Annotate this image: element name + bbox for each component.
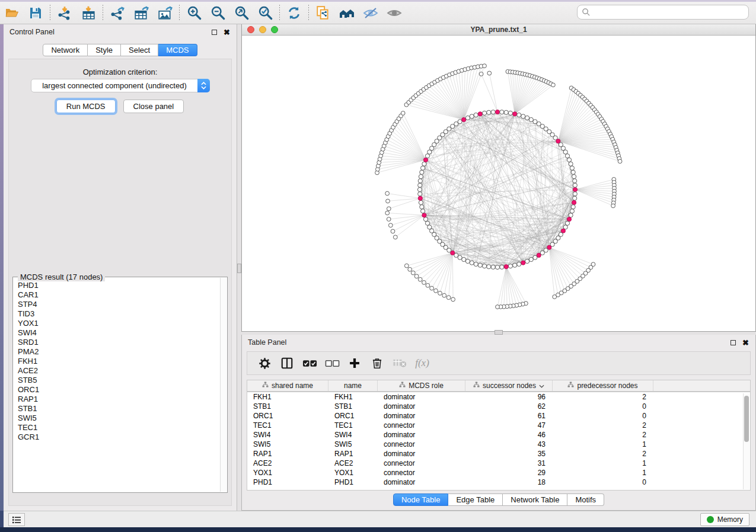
network-window-titlebar[interactable]: YPA_prune.txt_1 <box>242 24 755 36</box>
result-item[interactable]: PHD1 <box>17 281 220 290</box>
column-header-MCDS-role[interactable]: MCDS role <box>378 380 465 391</box>
table-row[interactable]: SWI5SWI5connector431 <box>247 440 750 449</box>
import-table-icon[interactable] <box>76 4 100 23</box>
horizontal-splitter-grip[interactable] <box>495 330 503 335</box>
search-field[interactable] <box>577 5 749 20</box>
result-item[interactable]: STP4 <box>17 300 220 309</box>
result-item[interactable]: FKH1 <box>17 357 220 366</box>
close-panel-button[interactable]: Close panel <box>123 100 184 113</box>
add-column-icon[interactable] <box>343 353 366 373</box>
table-scrollbar-thumb[interactable] <box>744 396 749 442</box>
export-table-icon[interactable] <box>129 4 153 23</box>
column-header-name[interactable]: name <box>328 380 378 391</box>
table-settings-icon[interactable] <box>253 353 276 373</box>
refresh-layout-icon[interactable] <box>282 4 306 23</box>
tab-style[interactable]: Style <box>88 44 121 56</box>
table-cell: 2 <box>553 449 653 459</box>
run-mcds-button[interactable]: Run MCDS <box>56 100 116 113</box>
vertical-splitter-grip[interactable] <box>237 264 241 273</box>
memory-button[interactable]: Memory <box>700 513 749 526</box>
network-canvas[interactable] <box>242 36 755 331</box>
tab-mcds[interactable]: MCDS <box>158 44 197 56</box>
table-cell: TEC1 <box>247 421 328 430</box>
table-cell: connector <box>378 459 465 468</box>
import-network-icon[interactable] <box>53 4 76 23</box>
node-table[interactable]: shared namenameMCDS rolesuccessor nodesp… <box>247 380 751 491</box>
table-tab-network-table[interactable]: Network Table <box>503 493 567 506</box>
criterion-dropdown[interactable]: largest connected component (undirected) <box>31 79 210 92</box>
table-row[interactable]: RAP1RAP1dominator352 <box>247 449 750 459</box>
result-item[interactable]: STB5 <box>17 376 220 385</box>
float-table-panel-icon[interactable] <box>729 339 737 347</box>
result-item[interactable]: ACE2 <box>17 366 220 376</box>
table-cell: SWI5 <box>247 440 328 449</box>
network-graph[interactable] <box>242 36 755 331</box>
tab-select[interactable]: Select <box>121 44 158 56</box>
result-item[interactable]: SRD1 <box>17 338 220 347</box>
table-tab-motifs[interactable]: Motifs <box>567 493 604 506</box>
sort-chevron-icon <box>539 382 544 390</box>
result-list-scrollbar[interactable] <box>220 278 227 492</box>
column-view-icon[interactable] <box>276 353 298 373</box>
column-header-shared-name[interactable]: shared name <box>247 380 328 391</box>
select-all-columns-icon[interactable] <box>298 353 321 373</box>
deselect-all-columns-icon[interactable] <box>321 353 343 373</box>
table-cell: FKH1 <box>328 392 378 402</box>
result-item[interactable]: SWI5 <box>17 414 220 423</box>
zoom-fit-icon[interactable] <box>229 4 253 23</box>
float-panel-icon[interactable] <box>210 28 218 36</box>
table-scrollbar[interactable] <box>743 393 749 489</box>
table-tab-node-table[interactable]: Node Table <box>393 493 449 506</box>
result-item[interactable]: YOX1 <box>17 319 220 328</box>
table-cell: TEC1 <box>328 421 378 430</box>
delete-column-icon[interactable] <box>366 353 388 373</box>
save-session-icon[interactable] <box>24 4 47 23</box>
table-row[interactable]: TEC1TEC1connector472 <box>247 421 750 430</box>
mcds-result-group: MCDS result (17 nodes) PHD1CAR1STP4TID3Y… <box>12 277 228 493</box>
first-neighbors-icon[interactable] <box>335 4 359 23</box>
table-row[interactable]: ORC1ORC1dominator610 <box>247 411 750 421</box>
table-row[interactable]: PHD1PHD1dominator180 <box>247 477 750 487</box>
table-cell: 1 <box>553 468 653 477</box>
result-item[interactable]: RAP1 <box>17 395 220 404</box>
column-header-successor-nodes[interactable]: successor nodes <box>465 380 553 391</box>
result-item[interactable]: CAR1 <box>17 290 220 300</box>
table-row[interactable]: YOX1YOX1connector291 <box>247 468 750 477</box>
show-all-icon[interactable] <box>382 4 406 23</box>
vertical-splitter[interactable] <box>237 24 241 511</box>
table-row[interactable]: SWI4SWI4dominator462 <box>247 430 750 440</box>
table-row[interactable]: FKH1FKH1dominator962 <box>247 392 750 402</box>
search-input[interactable] <box>591 8 748 17</box>
new-network-from-selection-icon[interactable] <box>311 4 335 23</box>
zoom-in-icon[interactable] <box>182 4 206 23</box>
table-cell: 2 <box>553 421 653 430</box>
table-row[interactable]: STB1STB1dominator620 <box>247 402 750 411</box>
table-cell: dominator <box>378 392 465 402</box>
result-item[interactable]: SWI4 <box>17 328 220 338</box>
zoom-selected-icon[interactable] <box>253 4 277 23</box>
panel-menu-button[interactable] <box>8 513 25 526</box>
close-panel-icon[interactable]: ✖ <box>223 28 231 36</box>
result-item[interactable]: TEC1 <box>17 423 220 432</box>
table-cell: PHD1 <box>247 477 328 487</box>
control-panel-header: Control Panel ✖ <box>4 24 237 40</box>
hide-selected-icon[interactable] <box>359 4 382 23</box>
table-tab-edge-table[interactable]: Edge Table <box>448 493 503 506</box>
result-item[interactable]: STB1 <box>17 404 220 414</box>
export-image-icon[interactable] <box>153 4 177 23</box>
open-file-icon[interactable] <box>0 4 24 23</box>
export-network-icon[interactable] <box>106 4 129 23</box>
tab-network[interactable]: Network <box>43 44 88 56</box>
table-row[interactable]: ACE2ACE2connector311 <box>247 459 750 468</box>
table-cell: 29 <box>465 468 553 477</box>
result-item[interactable]: PMA2 <box>17 347 220 357</box>
result-item[interactable]: ORC1 <box>17 385 220 395</box>
zoom-out-icon[interactable] <box>206 4 229 23</box>
close-table-panel-icon[interactable]: ✖ <box>742 339 749 347</box>
mcds-result-list[interactable]: PHD1CAR1STP4TID3YOX1SWI4SRD1PMA2FKH1ACE2… <box>17 281 220 491</box>
result-item[interactable]: TID3 <box>17 309 220 319</box>
table-cell: connector <box>378 468 465 477</box>
result-item[interactable]: GCR1 <box>17 432 220 442</box>
column-header-predecessor-nodes[interactable]: predecessor nodes <box>553 380 653 391</box>
tree-icon <box>399 382 406 390</box>
